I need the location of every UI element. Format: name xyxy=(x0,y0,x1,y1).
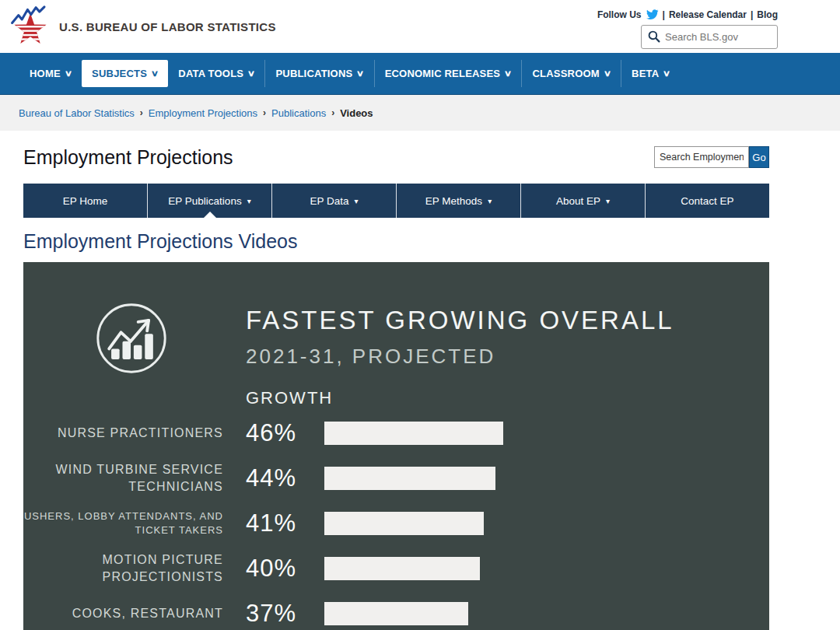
bls-logo-brand[interactable]: U.S. BUREAU OF LABOR STATISTICS xyxy=(9,4,276,49)
category-label: COOKS, RESTAURANT xyxy=(23,605,223,622)
chart-titles: FASTEST GROWING OVERALL 2021-31, PROJECT… xyxy=(246,301,674,376)
chart-row: NURSE PRACTITIONERS 46% xyxy=(23,411,769,456)
growth-bar xyxy=(324,467,495,490)
site-header: U.S. BUREAU OF LABOR STATISTICS Follow U… xyxy=(0,0,840,53)
chart-rows: NURSE PRACTITIONERS 46% WIND TURBINE SER… xyxy=(23,411,769,630)
section-heading: Employment Projections Videos xyxy=(23,230,769,253)
nav-item-publications[interactable]: PUBLICATIONS ∨ xyxy=(264,60,373,87)
ep-nav-contact[interactable]: Contact EP xyxy=(645,184,769,218)
category-label: WIND TURBINE SERVICE TECHNICIANS xyxy=(23,461,223,495)
ep-search-input[interactable] xyxy=(654,146,749,168)
value-label: 44% xyxy=(223,464,324,492)
dropdown-arrow-icon: ▾ xyxy=(247,197,251,205)
utility-separator: | xyxy=(663,9,665,20)
nav-item-classroom[interactable]: CLASSROOM ∨ xyxy=(521,60,621,87)
utility-separator: | xyxy=(751,9,753,20)
breadcrumb: Bureau of Labor Statistics › Employment … xyxy=(0,95,840,131)
bls-search-box[interactable] xyxy=(641,25,778,49)
growth-bar xyxy=(324,602,468,625)
growth-chart-icon xyxy=(94,301,169,376)
value-label: 40% xyxy=(223,555,324,583)
value-label: 46% xyxy=(223,419,324,447)
chart-row: WIND TURBINE SERVICE TECHNICIANS 44% xyxy=(23,456,769,501)
breadcrumb-link-publications[interactable]: Publications xyxy=(271,107,326,119)
breadcrumb-current: Videos xyxy=(340,107,373,119)
chart-row: USHERS, LOBBY ATTENDANTS, AND TICKET TAK… xyxy=(23,501,769,546)
chart-row: COOKS, RESTAURANT 37% xyxy=(23,591,769,630)
chevron-down-icon: ∨ xyxy=(663,68,671,79)
page-content: Employment Projections Go EP Home EP Pub… xyxy=(23,142,769,630)
chevron-down-icon: ∨ xyxy=(151,68,159,79)
category-label: NURSE PRACTITIONERS xyxy=(23,425,223,442)
nav-item-data-tools[interactable]: DATA TOOLS ∨ xyxy=(168,60,264,87)
growth-bar xyxy=(324,557,480,580)
nav-item-subjects[interactable]: SUBJECTS ∨ xyxy=(82,60,168,87)
utility-links: Follow Us | Release Calendar | Blog xyxy=(597,9,778,20)
value-label: 37% xyxy=(223,600,324,628)
dropdown-arrow-icon: ▾ xyxy=(606,197,610,205)
ep-nav-methods[interactable]: EP Methods ▾ xyxy=(396,184,520,218)
main-navigation: HOME ∨ SUBJECTS ∨ DATA TOOLS ∨ PUBLICATI… xyxy=(0,53,840,95)
chevron-down-icon: ∨ xyxy=(504,68,513,79)
dropdown-arrow-icon: ▾ xyxy=(355,197,359,205)
chevron-down-icon: ∨ xyxy=(65,68,73,79)
chart-title: FASTEST GROWING OVERALL xyxy=(246,306,674,335)
chart-column-header: GROWTH xyxy=(246,388,769,408)
breadcrumb-link-employment-projections[interactable]: Employment Projections xyxy=(149,107,257,119)
bls-star-logo-icon xyxy=(9,4,51,49)
chevron-down-icon: ∨ xyxy=(604,68,612,79)
bls-search-input[interactable] xyxy=(665,31,766,43)
category-label: USHERS, LOBBY ATTENDANTS, AND TICKET TAK… xyxy=(23,509,223,537)
growth-bar xyxy=(324,512,484,535)
video-player[interactable]: FASTEST GROWING OVERALL 2021-31, PROJECT… xyxy=(23,262,769,630)
ep-search-area: Go xyxy=(654,146,769,168)
value-label: 41% xyxy=(223,509,324,537)
chart-subtitle: 2021-31, PROJECTED xyxy=(246,345,674,369)
page-title: Employment Projections xyxy=(23,146,233,169)
go-button[interactable]: Go xyxy=(749,146,769,168)
growth-bar xyxy=(324,422,503,445)
breadcrumb-separator: › xyxy=(263,107,266,118)
search-icon xyxy=(648,30,660,43)
site-title: U.S. BUREAU OF LABOR STATISTICS xyxy=(59,20,276,33)
follow-us-link[interactable]: Follow Us xyxy=(597,9,642,20)
ep-nav-data[interactable]: EP Data ▾ xyxy=(271,184,396,218)
header-utility-area: Follow Us | Release Calendar | Blog xyxy=(597,5,778,49)
category-label: MOTION PICTURE PROJECTIONISTS xyxy=(23,551,223,585)
nav-item-beta[interactable]: BETA ∨ xyxy=(621,60,681,87)
blog-link[interactable]: Blog xyxy=(757,9,778,20)
breadcrumb-separator: › xyxy=(331,107,334,118)
breadcrumb-link-bls[interactable]: Bureau of Labor Statistics xyxy=(19,107,135,119)
nav-item-economic-releases[interactable]: ECONOMIC RELEASES ∨ xyxy=(374,60,522,87)
chevron-down-icon: ∨ xyxy=(356,68,365,79)
ep-nav-home[interactable]: EP Home xyxy=(23,184,147,218)
twitter-icon[interactable] xyxy=(646,9,659,20)
breadcrumb-separator: › xyxy=(140,107,143,118)
chart-header: FASTEST GROWING OVERALL 2021-31, PROJECT… xyxy=(23,262,769,376)
chevron-down-icon: ∨ xyxy=(247,68,256,79)
active-tab-caret xyxy=(204,212,216,218)
chart-row: MOTION PICTURE PROJECTIONISTS 40% xyxy=(23,546,769,591)
nav-item-home[interactable]: HOME ∨ xyxy=(19,60,82,87)
dropdown-arrow-icon: ▾ xyxy=(488,197,492,205)
release-calendar-link[interactable]: Release Calendar xyxy=(669,9,747,20)
ep-navigation: EP Home EP Publications ▾ EP Data ▾ EP M… xyxy=(23,184,769,218)
ep-nav-publications[interactable]: EP Publications ▾ xyxy=(147,184,271,218)
title-row: Employment Projections Go xyxy=(23,142,769,173)
ep-nav-about[interactable]: About EP ▾ xyxy=(520,184,645,218)
